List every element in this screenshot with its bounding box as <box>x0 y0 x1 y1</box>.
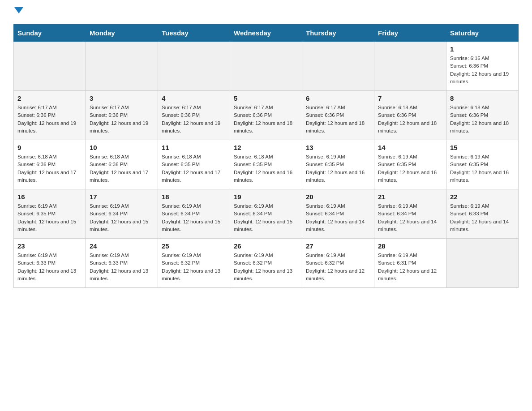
day-info: Sunrise: 6:19 AM Sunset: 6:35 PM Dayligh… <box>450 153 515 184</box>
day-info: Sunrise: 6:19 AM Sunset: 6:35 PM Dayligh… <box>306 153 370 184</box>
day-of-week-header: Friday <box>374 25 446 42</box>
day-info: Sunrise: 6:18 AM Sunset: 6:36 PM Dayligh… <box>90 153 154 184</box>
day-number: 20 <box>306 193 370 201</box>
day-number: 26 <box>234 242 298 250</box>
calendar-cell: 20Sunrise: 6:19 AM Sunset: 6:34 PM Dayli… <box>302 189 374 239</box>
day-number: 22 <box>450 193 515 201</box>
calendar-cell: 14Sunrise: 6:19 AM Sunset: 6:35 PM Dayli… <box>374 140 446 189</box>
day-number: 18 <box>162 193 226 201</box>
calendar-cell: 5Sunrise: 6:17 AM Sunset: 6:36 PM Daylig… <box>230 91 302 140</box>
day-info: Sunrise: 6:17 AM Sunset: 6:36 PM Dayligh… <box>162 104 226 135</box>
calendar-header-row: SundayMondayTuesdayWednesdayThursdayFrid… <box>14 25 519 42</box>
day-info: Sunrise: 6:19 AM Sunset: 6:33 PM Dayligh… <box>450 202 515 233</box>
day-info: Sunrise: 6:16 AM Sunset: 6:36 PM Dayligh… <box>450 55 515 86</box>
calendar-cell: 13Sunrise: 6:19 AM Sunset: 6:35 PM Dayli… <box>302 140 374 189</box>
day-info: Sunrise: 6:17 AM Sunset: 6:36 PM Dayligh… <box>306 104 370 135</box>
calendar-cell <box>374 42 446 91</box>
day-of-week-header: Monday <box>86 25 158 42</box>
day-number: 27 <box>306 242 370 250</box>
calendar-cell: 2Sunrise: 6:17 AM Sunset: 6:36 PM Daylig… <box>14 91 86 140</box>
calendar-week-row: 1Sunrise: 6:16 AM Sunset: 6:36 PM Daylig… <box>14 42 519 91</box>
day-number: 5 <box>234 94 298 102</box>
calendar-cell: 4Sunrise: 6:17 AM Sunset: 6:36 PM Daylig… <box>158 91 230 140</box>
day-info: Sunrise: 6:19 AM Sunset: 6:35 PM Dayligh… <box>378 153 442 184</box>
calendar-cell <box>14 42 86 91</box>
day-number: 19 <box>234 193 298 201</box>
day-info: Sunrise: 6:18 AM Sunset: 6:36 PM Dayligh… <box>17 153 82 184</box>
calendar-cell <box>302 42 374 91</box>
day-number: 28 <box>378 242 442 250</box>
day-info: Sunrise: 6:19 AM Sunset: 6:33 PM Dayligh… <box>17 252 82 283</box>
calendar-cell: 18Sunrise: 6:19 AM Sunset: 6:34 PM Dayli… <box>158 189 230 239</box>
day-number: 15 <box>450 144 515 151</box>
calendar-cell: 19Sunrise: 6:19 AM Sunset: 6:34 PM Dayli… <box>230 189 302 239</box>
day-info: Sunrise: 6:17 AM Sunset: 6:36 PM Dayligh… <box>90 104 154 135</box>
calendar-cell: 11Sunrise: 6:18 AM Sunset: 6:35 PM Dayli… <box>158 140 230 189</box>
day-number: 24 <box>90 242 154 250</box>
calendar-cell <box>86 42 158 91</box>
day-of-week-header: Saturday <box>446 25 519 42</box>
day-number: 10 <box>90 144 154 151</box>
day-number: 4 <box>162 94 226 102</box>
day-info: Sunrise: 6:18 AM Sunset: 6:35 PM Dayligh… <box>234 153 298 184</box>
day-of-week-header: Tuesday <box>158 25 230 42</box>
calendar-cell <box>230 42 302 91</box>
day-of-week-header: Thursday <box>302 25 374 42</box>
day-number: 23 <box>17 242 82 250</box>
logo <box>13 9 23 15</box>
day-number: 25 <box>162 242 226 250</box>
day-number: 3 <box>90 94 154 102</box>
calendar-cell: 3Sunrise: 6:17 AM Sunset: 6:36 PM Daylig… <box>86 91 158 140</box>
day-info: Sunrise: 6:19 AM Sunset: 6:32 PM Dayligh… <box>306 252 370 283</box>
day-number: 2 <box>17 94 82 102</box>
calendar-cell: 8Sunrise: 6:18 AM Sunset: 6:36 PM Daylig… <box>446 91 519 140</box>
day-info: Sunrise: 6:19 AM Sunset: 6:32 PM Dayligh… <box>162 252 226 283</box>
calendar-week-row: 16Sunrise: 6:19 AM Sunset: 6:35 PM Dayli… <box>14 189 519 239</box>
calendar-cell: 24Sunrise: 6:19 AM Sunset: 6:33 PM Dayli… <box>86 239 158 288</box>
day-info: Sunrise: 6:19 AM Sunset: 6:33 PM Dayligh… <box>90 252 154 283</box>
calendar-cell: 26Sunrise: 6:19 AM Sunset: 6:32 PM Dayli… <box>230 239 302 288</box>
day-info: Sunrise: 6:18 AM Sunset: 6:35 PM Dayligh… <box>162 153 226 184</box>
day-number: 14 <box>378 144 442 151</box>
calendar-week-row: 2Sunrise: 6:17 AM Sunset: 6:36 PM Daylig… <box>14 91 519 140</box>
day-number: 8 <box>450 94 515 102</box>
calendar-cell: 15Sunrise: 6:19 AM Sunset: 6:35 PM Dayli… <box>446 140 519 189</box>
day-info: Sunrise: 6:19 AM Sunset: 6:34 PM Dayligh… <box>162 202 226 233</box>
day-info: Sunrise: 6:19 AM Sunset: 6:34 PM Dayligh… <box>234 202 298 233</box>
page-header <box>13 9 519 15</box>
day-of-week-header: Wednesday <box>230 25 302 42</box>
day-number: 1 <box>450 45 515 53</box>
day-info: Sunrise: 6:19 AM Sunset: 6:32 PM Dayligh… <box>234 252 298 283</box>
calendar-week-row: 23Sunrise: 6:19 AM Sunset: 6:33 PM Dayli… <box>14 239 519 288</box>
calendar-cell: 7Sunrise: 6:18 AM Sunset: 6:36 PM Daylig… <box>374 91 446 140</box>
day-info: Sunrise: 6:19 AM Sunset: 6:31 PM Dayligh… <box>378 252 442 283</box>
calendar-cell <box>158 42 230 91</box>
calendar-cell: 12Sunrise: 6:18 AM Sunset: 6:35 PM Dayli… <box>230 140 302 189</box>
calendar-cell: 25Sunrise: 6:19 AM Sunset: 6:32 PM Dayli… <box>158 239 230 288</box>
day-number: 6 <box>306 94 370 102</box>
calendar-cell: 6Sunrise: 6:17 AM Sunset: 6:36 PM Daylig… <box>302 91 374 140</box>
day-of-week-header: Sunday <box>14 25 86 42</box>
calendar-cell: 22Sunrise: 6:19 AM Sunset: 6:33 PM Dayli… <box>446 189 519 239</box>
day-number: 7 <box>378 94 442 102</box>
day-number: 11 <box>162 144 226 151</box>
calendar-cell: 1Sunrise: 6:16 AM Sunset: 6:36 PM Daylig… <box>446 42 519 91</box>
calendar-cell <box>446 239 519 288</box>
day-number: 17 <box>90 193 154 201</box>
calendar-cell: 21Sunrise: 6:19 AM Sunset: 6:34 PM Dayli… <box>374 189 446 239</box>
day-number: 16 <box>17 193 82 201</box>
day-number: 12 <box>234 144 298 151</box>
day-number: 21 <box>378 193 442 201</box>
day-number: 9 <box>17 144 82 151</box>
day-info: Sunrise: 6:19 AM Sunset: 6:34 PM Dayligh… <box>90 202 154 233</box>
calendar-week-row: 9Sunrise: 6:18 AM Sunset: 6:36 PM Daylig… <box>14 140 519 189</box>
calendar-cell: 17Sunrise: 6:19 AM Sunset: 6:34 PM Dayli… <box>86 189 158 239</box>
calendar-cell: 23Sunrise: 6:19 AM Sunset: 6:33 PM Dayli… <box>14 239 86 288</box>
day-info: Sunrise: 6:17 AM Sunset: 6:36 PM Dayligh… <box>234 104 298 135</box>
calendar-cell: 9Sunrise: 6:18 AM Sunset: 6:36 PM Daylig… <box>14 140 86 189</box>
calendar-cell: 16Sunrise: 6:19 AM Sunset: 6:35 PM Dayli… <box>14 189 86 239</box>
day-info: Sunrise: 6:19 AM Sunset: 6:35 PM Dayligh… <box>17 202 82 233</box>
day-info: Sunrise: 6:19 AM Sunset: 6:34 PM Dayligh… <box>306 202 370 233</box>
calendar-table: SundayMondayTuesdayWednesdayThursdayFrid… <box>13 24 519 288</box>
day-info: Sunrise: 6:18 AM Sunset: 6:36 PM Dayligh… <box>450 104 515 135</box>
